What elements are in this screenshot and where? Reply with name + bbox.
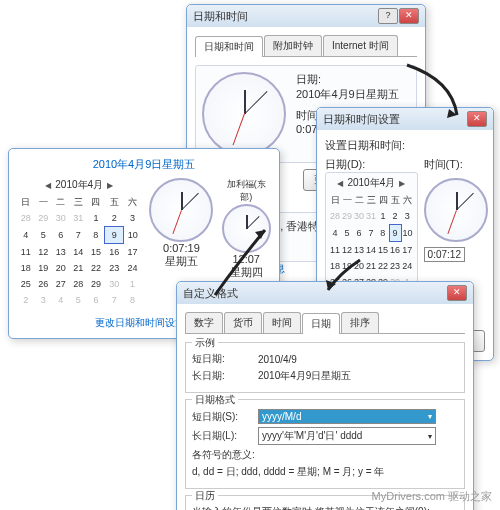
close-button[interactable]: ✕ — [467, 111, 487, 127]
local-time: 0:07:19 — [149, 242, 213, 254]
watermark: MyDrivers.com 驱动之家 — [372, 489, 492, 504]
next-month-button[interactable]: ▶ — [399, 179, 405, 188]
tab-number[interactable]: 数字 — [185, 312, 223, 333]
local-day: 星期五 — [149, 254, 213, 269]
date-label: 日期(D): — [325, 157, 418, 172]
month-label: 2010年4月 — [55, 178, 103, 192]
header-date: 2010年4月9日星期五 — [17, 157, 271, 172]
month-label: 2010年4月 — [347, 176, 395, 190]
dateformat-label: 日期格式 — [192, 393, 238, 407]
example-label: 示例 — [192, 336, 218, 350]
time-label: 时间(T): — [424, 157, 488, 172]
other-day: 星期四 — [221, 265, 271, 280]
prev-month-button[interactable]: ◀ — [337, 179, 343, 188]
tz-label: 加利福(东部) — [221, 178, 271, 204]
date-value: 2010年4月9日星期五 — [296, 87, 399, 102]
next-month-button[interactable]: ▶ — [107, 181, 113, 190]
tab-currency[interactable]: 货币 — [224, 312, 262, 333]
date-label: 日期: — [296, 72, 399, 87]
title: 自定义格式 — [183, 286, 238, 301]
calendar[interactable]: 日一二三四五六282930311234567891011121314151617… — [17, 194, 141, 308]
tab-internet-time[interactable]: Internet 时间 — [323, 35, 398, 56]
other-time: 12:07 — [221, 253, 271, 265]
analog-clock — [424, 178, 488, 242]
heading: 设置日期和时间: — [325, 138, 485, 153]
title: 日期和时间设置 — [323, 112, 400, 127]
tab-date[interactable]: 日期 — [302, 313, 340, 334]
tab-time[interactable]: 时间 — [263, 312, 301, 333]
calendar-label: 日历 — [192, 489, 218, 503]
title: 日期和时间 — [193, 9, 248, 24]
long-format-select[interactable]: yyyy'年'M'月'd'日' dddd — [258, 427, 436, 445]
prev-month-button[interactable]: ◀ — [45, 181, 51, 190]
time-input[interactable]: 0:07:12 — [424, 247, 465, 262]
analog-clock — [202, 72, 286, 156]
customize-format-window: 自定义格式 ✕ 数字 货币 时间 日期 排序 示例 短日期:2010/4/9 长… — [176, 281, 474, 510]
tab-datetime[interactable]: 日期和时间 — [195, 36, 263, 57]
short-format-select[interactable]: yyyy/M/d — [258, 409, 436, 424]
tab-sort[interactable]: 排序 — [341, 312, 379, 333]
close-button[interactable]: ✕ — [399, 8, 419, 24]
close-button[interactable]: ✕ — [447, 285, 467, 301]
local-clock — [149, 178, 213, 242]
other-clock — [222, 204, 271, 253]
tab-additional-clocks[interactable]: 附加时钟 — [264, 35, 322, 56]
help-button[interactable]: ? — [378, 8, 398, 24]
